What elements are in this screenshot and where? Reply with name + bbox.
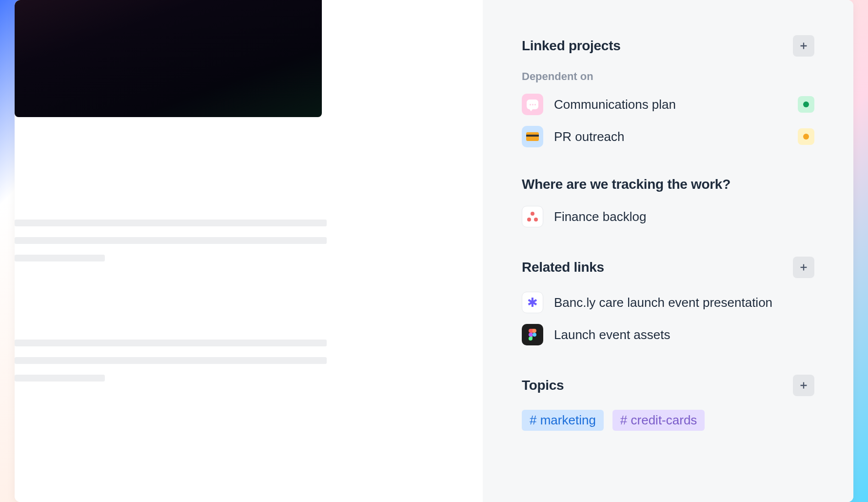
section-title: Topics (522, 378, 564, 393)
plus-icon (798, 262, 809, 273)
topic-tag-marketing[interactable]: # marketing (522, 410, 604, 431)
figma-icon (522, 324, 543, 345)
skeleton-line (15, 255, 105, 261)
section-title: Linked projects (522, 38, 620, 54)
skeleton-paragraph-2 (15, 340, 483, 382)
dependent-on-label: Dependent on (522, 70, 814, 83)
section-title: Related links (522, 260, 604, 275)
tracking-label: Finance backlog (554, 209, 814, 224)
status-badge-yellow (798, 128, 814, 145)
plus-icon (798, 380, 809, 391)
topics-row: # marketing # credit-cards (522, 410, 814, 431)
project-label: PR outreach (554, 129, 787, 144)
topics-section: Topics # marketing # credit-cards (522, 375, 814, 431)
plus-icon (798, 40, 809, 51)
tracking-section: Where are we tracking the work? Finance … (522, 177, 814, 227)
section-header: Topics (522, 375, 814, 396)
presentation-icon: ✱ (522, 292, 543, 313)
add-topic-button[interactable] (793, 375, 814, 396)
status-dot-icon (803, 101, 809, 107)
tracking-item[interactable]: Finance backlog (522, 206, 814, 227)
related-links-section: Related links ✱ Banc.ly care launch even… (522, 257, 814, 345)
section-title: Where are we tracking the work? (522, 177, 730, 192)
asterisk-icon: ✱ (527, 295, 538, 310)
section-header: Related links (522, 257, 814, 278)
link-label: Banc.ly care launch event presentation (554, 295, 814, 310)
skeleton-line (15, 220, 327, 226)
hero-banner-image (15, 0, 322, 117)
skeleton-paragraph-1 (15, 220, 483, 261)
section-header: Linked projects (522, 35, 814, 57)
right-sidebar: Linked projects Dependent on Communicati… (483, 0, 853, 502)
topic-tag-credit-cards[interactable]: # credit-cards (612, 410, 705, 431)
chat-icon (522, 94, 543, 115)
skeleton-line (15, 237, 327, 244)
status-badge-green (798, 96, 814, 113)
skeleton-line (15, 357, 327, 364)
asana-icon (522, 206, 543, 227)
linked-project-item[interactable]: PR outreach (522, 126, 814, 147)
add-related-link-button[interactable] (793, 257, 814, 278)
linked-projects-section: Linked projects Dependent on Communicati… (522, 35, 814, 147)
link-label: Launch event assets (554, 327, 814, 342)
main-content-panel (15, 0, 483, 502)
related-link-item[interactable]: ✱ Banc.ly care launch event presentation (522, 292, 814, 313)
app-frame: Linked projects Dependent on Communicati… (15, 0, 853, 502)
credit-card-icon (522, 126, 543, 147)
skeleton-line (15, 375, 105, 382)
section-header: Where are we tracking the work? (522, 177, 814, 192)
skeleton-line (15, 340, 327, 346)
status-dot-icon (803, 134, 809, 140)
project-label: Communications plan (554, 97, 787, 112)
linked-project-item[interactable]: Communications plan (522, 94, 814, 115)
add-linked-project-button[interactable] (793, 35, 814, 57)
related-link-item[interactable]: Launch event assets (522, 324, 814, 345)
